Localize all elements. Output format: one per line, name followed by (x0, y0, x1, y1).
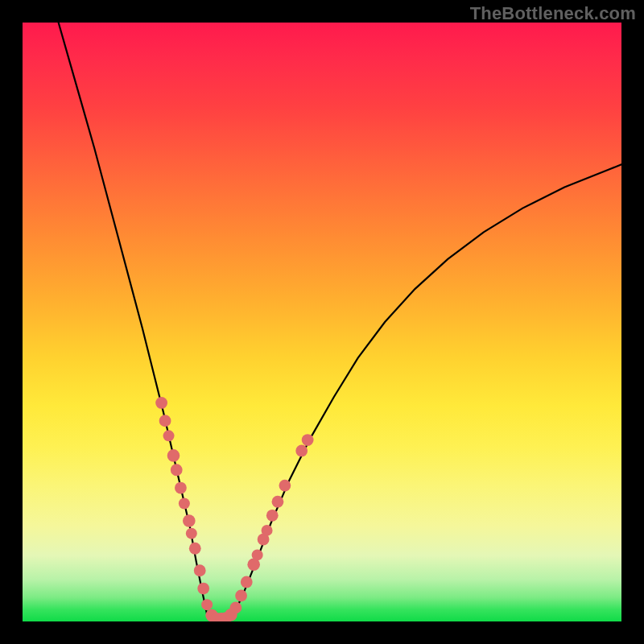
data-dot (155, 397, 167, 409)
data-dot (167, 449, 180, 462)
plot-area (23, 23, 621, 621)
chart-svg (23, 23, 621, 621)
data-dot (163, 430, 175, 441)
data-dot (194, 564, 206, 576)
data-dot (229, 601, 242, 613)
data-dot (262, 525, 273, 536)
chart-frame: TheBottleneck.com (0, 0, 644, 644)
data-dots-group (155, 397, 313, 621)
data-dot (186, 528, 197, 539)
data-dot (183, 514, 196, 527)
data-dot (295, 445, 308, 457)
data-dot (302, 434, 314, 446)
data-dot (235, 590, 247, 602)
data-dot (252, 549, 263, 560)
data-dot (197, 583, 209, 595)
data-dot (272, 496, 284, 508)
data-dot (159, 415, 171, 427)
data-dot (189, 543, 201, 555)
bottleneck-curve (59, 23, 621, 620)
data-dot (179, 497, 190, 509)
data-dot (279, 480, 291, 492)
data-dot (241, 576, 253, 588)
data-dot (201, 599, 213, 610)
data-dot (175, 482, 187, 494)
data-dot (266, 510, 279, 522)
data-dot (171, 464, 183, 476)
watermark-text: TheBottleneck.com (470, 3, 636, 24)
